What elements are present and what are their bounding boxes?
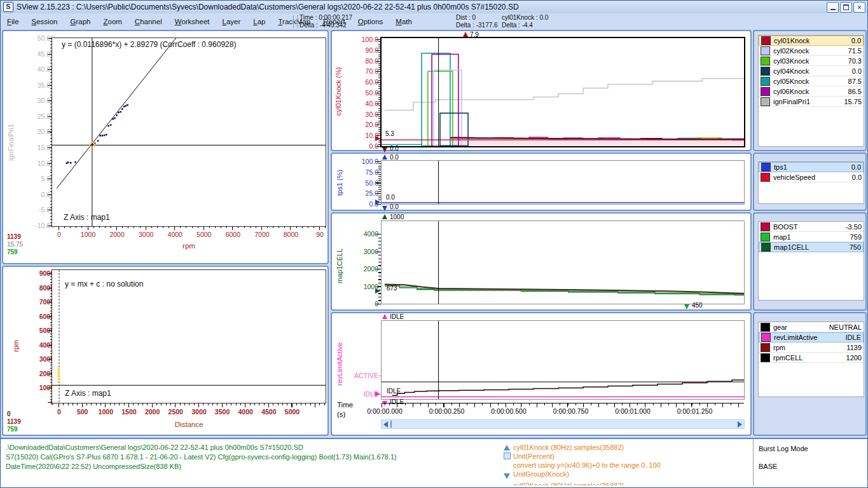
knock-threshold-value: 5.3 xyxy=(385,130,394,137)
scroll-left-icon[interactable] xyxy=(383,421,388,428)
menu-file[interactable]: File xyxy=(1,13,25,30)
distance-plot-area[interactable] xyxy=(52,269,326,403)
legend-row-tps1[interactable]: tps10.0 xyxy=(759,162,864,172)
channel-name: map1CELL xyxy=(774,243,850,251)
close-button[interactable]: ✕ xyxy=(853,2,865,13)
legend-row-ignFinalPri1[interactable]: ignFinalPri115.75 xyxy=(759,97,864,107)
channel-info-line: UnitGroup(Knock) xyxy=(513,470,569,478)
menu-channel[interactable]: Channel xyxy=(128,13,169,30)
channel-info-scroll-thumb[interactable] xyxy=(504,452,511,459)
distance-z-axis-label: Z Axis : map1 xyxy=(65,389,111,398)
legend-row-cyl04Knock[interactable]: cyl04Knock0.0 xyxy=(759,66,864,76)
legend-row-rpmCELL[interactable]: rpmCELL1200 xyxy=(759,353,864,363)
window-title: SView 2.15.223 : C:\Users\Public\Documen… xyxy=(17,3,519,11)
knock-y-ticks: 100.090.080.070.060.050.040.030.020.010.… xyxy=(350,31,378,151)
menu-lap[interactable]: Lap xyxy=(247,13,272,30)
channel-name: cyl03Knock xyxy=(773,57,848,65)
tick-label: 8000 xyxy=(284,231,298,238)
menu-layer[interactable]: Layer xyxy=(216,13,247,30)
channel-info-scroll-up-icon[interactable] xyxy=(504,445,510,451)
menu-graph[interactable]: Graph xyxy=(64,13,97,30)
tps-y-ticks: 100.075.050.025.00.0 xyxy=(350,154,378,211)
channel-name: BOOST xyxy=(773,223,846,231)
rev-y-ticks: ACTIVEIDLE xyxy=(347,313,378,402)
min-marker-icon xyxy=(684,304,689,309)
cursor-status-dist: Dist : 0Delta : -3177.6 xyxy=(456,14,498,29)
channel-value: 759 xyxy=(850,233,862,241)
legend-row-gear[interactable]: gearNEUTRAL xyxy=(759,322,864,332)
menu-zoom[interactable]: Zoom xyxy=(97,13,128,30)
map-legend-panel: BOOST-3.50map1759map1CELL750 xyxy=(753,212,867,311)
channel-name: tps1 xyxy=(774,163,851,171)
threshold-marker-icon xyxy=(375,136,380,141)
distance-x-axis-title: Distance xyxy=(52,421,326,428)
menu-options[interactable]: Options xyxy=(352,13,390,30)
tick-label: 2500 xyxy=(169,408,183,416)
restore-button[interactable] xyxy=(840,2,852,13)
cursor-value-map1: 759 xyxy=(7,248,18,255)
legend-row-map1[interactable]: map1759 xyxy=(759,232,864,242)
distance-equation: y = mx + c : no solution xyxy=(65,280,143,288)
channel-name: vehicleSpeed xyxy=(773,173,852,181)
channel-info-box: cyl01Knock (80Hz) samples(35882) Unit(Pe… xyxy=(513,439,750,485)
channel-name: map1 xyxy=(773,233,850,241)
cursor-value-ign: 15.75 xyxy=(7,241,23,248)
rev-current-value: IDLE xyxy=(387,388,401,395)
scroll-right-icon[interactable] xyxy=(738,421,742,428)
scatter-plot-area[interactable] xyxy=(52,37,326,227)
tick-label: 2000 xyxy=(145,408,160,416)
tick-label: ACTIVE xyxy=(354,372,378,379)
current-marker-icon xyxy=(375,288,380,294)
legend-row-rpm[interactable]: rpm1139 xyxy=(759,342,864,353)
time-scrollbar[interactable] xyxy=(381,419,745,429)
channel-name: cyl06Knock xyxy=(773,88,848,95)
channel-color-swatch xyxy=(761,97,770,106)
channel-info-scroll-down-icon[interactable] xyxy=(504,473,510,479)
knock-plot-area[interactable] xyxy=(380,37,745,147)
tick-label: 1000 xyxy=(99,408,113,416)
legend-row-cyl02Knock[interactable]: cyl02Knock71.5 xyxy=(759,46,864,56)
minimize-button[interactable] xyxy=(827,2,839,13)
tps-y-axis-title: tps1 (%) xyxy=(336,164,343,202)
channel-name: cyl01Knock xyxy=(774,37,851,44)
legend-row-BOOST[interactable]: BOOST-3.50 xyxy=(759,222,864,232)
scrollbar-thumb-edge[interactable] xyxy=(390,421,392,428)
map-plot-area[interactable] xyxy=(381,220,745,304)
menu-math[interactable]: Math xyxy=(389,13,418,30)
legend-row-cyl05Knock[interactable]: cyl05Knock87.5 xyxy=(759,76,864,86)
channel-color-swatch xyxy=(761,67,770,76)
tick-label: 5000 xyxy=(196,231,211,238)
map-min-marker-value: 450 xyxy=(692,302,703,309)
menu-worksheet[interactable]: Worksheet xyxy=(169,13,216,30)
tick-label: 1500 xyxy=(121,408,136,416)
channel-name: cyl04Knock xyxy=(773,67,852,75)
rev-plot-area[interactable] xyxy=(381,320,745,400)
tick-label: 0:00:01.000 xyxy=(615,407,650,415)
channel-value: IDLE xyxy=(846,334,861,341)
channel-value: 86.5 xyxy=(848,88,862,95)
channel-color-swatch xyxy=(761,87,770,96)
tick-label: 6000 xyxy=(226,231,240,238)
map-chart-panel: 1000 map1CELL 40003000200010000 673 450 xyxy=(331,212,752,311)
channel-value: 750 xyxy=(850,243,861,251)
menu-session[interactable]: Session xyxy=(25,13,64,30)
current-marker-icon xyxy=(375,391,380,396)
min-marker-icon xyxy=(382,147,387,152)
cursor-status-time: Time : 0:00:00.217Delta : -4:40.342 xyxy=(300,14,352,29)
tps-chart-panel: 0.0 tps1 (%) 100.075.050.025.00.0 0.0 0.… xyxy=(331,152,752,211)
channel-info-line: convert using y=(x/40.96)+0 to the range… xyxy=(513,461,661,470)
tps-plot-area[interactable] xyxy=(381,160,745,205)
channel-color-swatch xyxy=(761,222,770,231)
distance-x-ticks: 0500100015002000250030003500400045005000 xyxy=(3,408,330,417)
knock-chart-panel: cyl01Knock (%) 100.090.080.070.060.050.0… xyxy=(331,30,752,151)
legend-row-cyl06Knock[interactable]: cyl06Knock86.5 xyxy=(759,86,864,97)
knock-y-axis-title: cyl01Knock (%) xyxy=(334,50,342,133)
current-marker-icon xyxy=(375,200,380,205)
legend-row-map1CELL[interactable]: map1CELL750 xyxy=(759,242,864,252)
legend-row-vehicleSpeed[interactable]: vehicleSpeed0.0 xyxy=(759,172,864,182)
legend-row-cyl03Knock[interactable]: cyl03Knock70.3 xyxy=(759,56,864,66)
legend-row-revLimitActive[interactable]: revLimitActiveIDLE xyxy=(759,332,864,342)
channel-info-line: Unit(Percent) xyxy=(513,452,555,461)
legend-row-cyl01Knock[interactable]: cyl01Knock0.0 xyxy=(759,36,864,46)
min-marker-icon xyxy=(382,206,387,211)
